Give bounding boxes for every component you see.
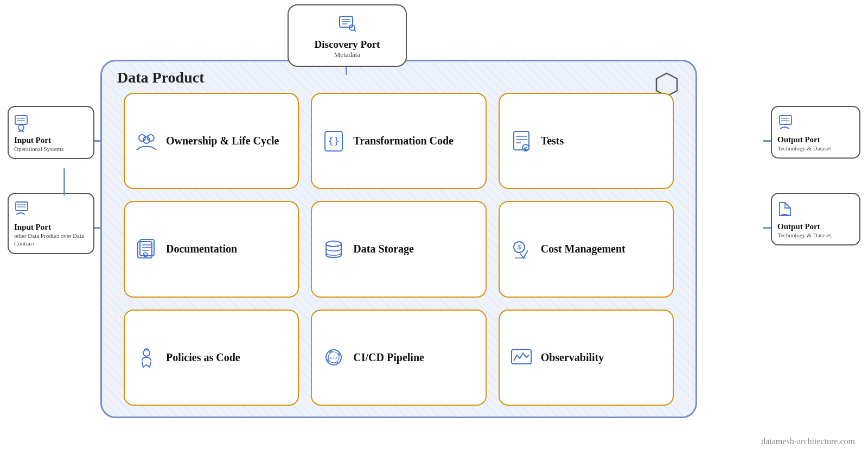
data-product-title: Data Product [117,69,204,86]
cicd-pipeline-icon: </> [322,345,346,369]
input-port-operational: Input Port Operational Systems [8,106,94,159]
documentation-cell: Documentation [124,201,299,297]
svg-point-34 [326,241,341,247]
cost-management-label: Cost Management [541,242,626,256]
svg-text:</>: </> [329,355,339,361]
tests-icon [509,129,533,153]
output-port-1-subtitle: Technology & Dataset [777,144,831,152]
svg-text:{}: {} [328,135,340,147]
transformation-code-cell: {} Transformation Code [311,93,486,189]
discovery-port-title: Discovery Port [315,39,380,51]
observability-cell: Observability [499,310,674,406]
svg-rect-14 [780,116,792,124]
input-port-2-subtitle: other Data Product over Data Contract [14,232,88,248]
data-product-container: Data Product Ownership & Life Cycle [100,60,697,418]
documentation-label: Documentation [166,242,237,256]
output-port-1-icon [777,114,797,135]
tests-label: Tests [541,134,564,148]
input-port-data-contract: Input Port other Data Product over Data … [8,193,94,254]
output-port-2-title: Output Port [777,222,820,231]
input-port-1-subtitle: Operational Systems [14,145,63,153]
output-port-2-subtitle: Technology & Dataset, [777,231,833,239]
output-port-1-title: Output Port [777,135,820,144]
ownership-icon [135,129,158,153]
tests-cell: Tests [499,93,674,189]
discovery-port-icon [337,13,357,36]
svg-point-38 [143,350,150,356]
discovery-port: Discovery Port Metadata [288,4,407,67]
input-port-1-icon [14,114,34,135]
cicd-pipeline-cell: </> CI/CD Pipeline [311,310,486,406]
output-connector-1 [763,140,771,142]
cost-management-icon: $ [509,237,533,261]
cicd-pipeline-label: CI/CD Pipeline [353,351,424,364]
output-connector-2 [763,227,771,229]
cost-management-cell: $ Cost Management [499,201,674,297]
ownership-lifecycle-cell: Ownership & Life Cycle [124,93,299,189]
watermark: datamesh-architecture.com [761,437,855,446]
discovery-port-subtitle: Metadata [334,51,360,59]
input-port-2-icon [14,200,34,222]
data-storage-icon [322,237,346,261]
output-port-1: Output Port Technology & Dataset [771,106,860,159]
svg-rect-6 [15,116,27,124]
output-port-2: Output Port Technology & Dataset, [771,193,860,245]
svg-line-5 [354,30,356,32]
input-port-2-title: Input Port [14,222,51,232]
policies-as-code-cell: Policies as Code [124,310,299,406]
ownership-lifecycle-label: Ownership & Life Cycle [166,134,279,148]
grid-container: Ownership & Life Cycle {} Transformation… [124,93,674,406]
documentation-icon [135,237,158,261]
svg-text:$: $ [518,244,521,250]
svg-rect-11 [16,202,28,211]
svg-rect-42 [512,350,531,364]
observability-label: Observability [541,351,604,364]
input-port-1-title: Input Port [14,135,51,145]
transformation-code-icon: {} [322,129,346,153]
policies-as-code-icon [135,345,158,369]
output-port-2-icon [777,200,797,222]
data-storage-cell: Data Storage [311,201,486,297]
observability-icon [509,345,533,369]
policies-as-code-label: Policies as Code [166,351,240,364]
data-storage-label: Data Storage [353,242,414,256]
transformation-code-label: Transformation Code [353,134,454,148]
input-vertical-connector [63,168,65,196]
svg-point-9 [18,125,24,130]
